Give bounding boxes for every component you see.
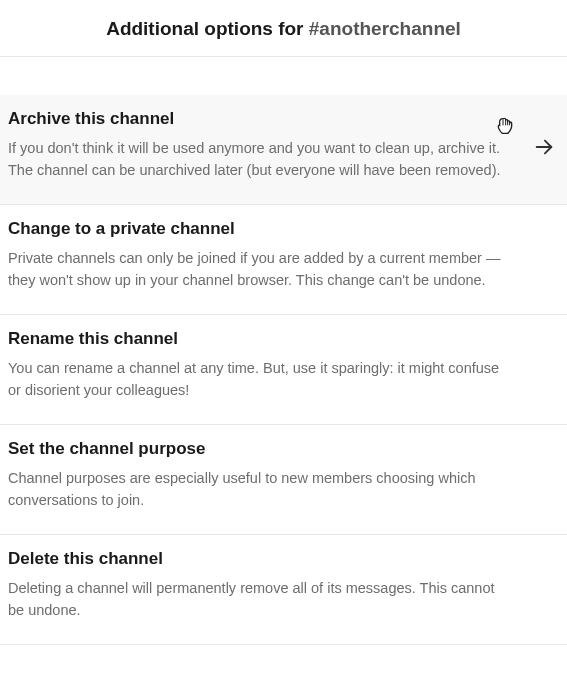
option-item[interactable]: Delete this channelDeleting a channel wi…: [0, 535, 567, 645]
dialog-title: Additional options for #anotherchannel: [0, 18, 567, 40]
option-title: Change to a private channel: [8, 219, 559, 239]
arrow-right-icon: [533, 136, 555, 162]
option-title: Set the channel purpose: [8, 439, 559, 459]
option-title: Rename this channel: [8, 329, 559, 349]
option-item[interactable]: Archive this channelIf you don't think i…: [0, 95, 567, 205]
dialog-header: Additional options for #anotherchannel: [0, 0, 567, 57]
cursor-pointer-icon: [497, 117, 513, 139]
channel-name: #anotherchannel: [309, 18, 461, 39]
option-title: Archive this channel: [8, 109, 559, 129]
option-description: Private channels can only be joined if y…: [8, 247, 508, 292]
option-item[interactable]: Rename this channelYou can rename a chan…: [0, 315, 567, 425]
option-item[interactable]: Set the channel purposeChannel purposes …: [0, 425, 567, 535]
option-description: You can rename a channel at any time. Bu…: [8, 357, 508, 402]
title-prefix: Additional options for: [106, 18, 309, 39]
option-description: Deleting a channel will permanently remo…: [8, 577, 508, 622]
option-description: If you don't think it will be used anymo…: [8, 137, 508, 182]
options-list: Archive this channelIf you don't think i…: [0, 95, 567, 645]
option-title: Delete this channel: [8, 549, 559, 569]
option-item[interactable]: Change to a private channelPrivate chann…: [0, 205, 567, 315]
option-description: Channel purposes are especially useful t…: [8, 467, 508, 512]
